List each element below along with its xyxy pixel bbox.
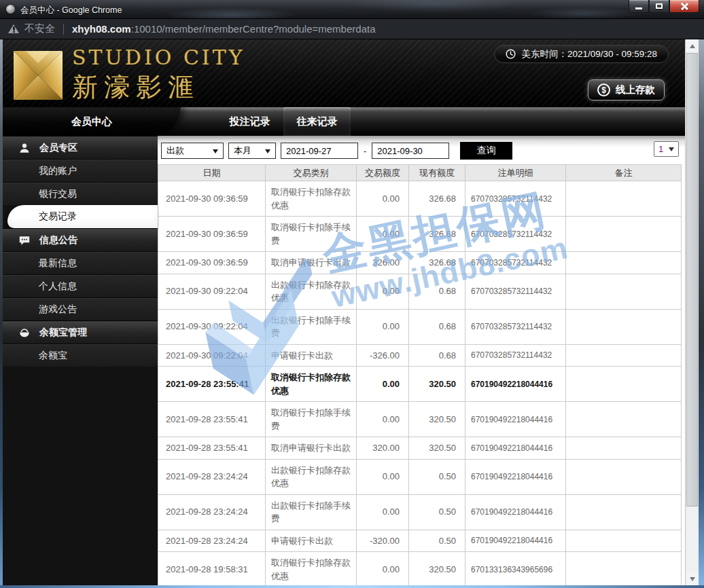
page-scrollbar[interactable] — [685, 39, 699, 585]
page-viewport: STUDIO CITY 新濠影滙 美东时间：2021/09/30 - 09:59… — [3, 39, 685, 585]
logo-subtitle: 新濠影滙 — [72, 70, 245, 105]
balance-cell: 326.68 — [409, 181, 465, 217]
tab-betting-records[interactable]: 投注记录 — [216, 107, 283, 136]
amount-cell: 0.00 — [357, 552, 409, 586]
balance-cell: 320.50 — [409, 402, 465, 437]
remark-cell — [566, 344, 682, 367]
chevron-down-icon — [669, 147, 674, 154]
filter-bar: 出款 本月 2021-09-27 - 2021-09-30 查询 1 — [158, 136, 685, 164]
page-number-value: 1 — [658, 144, 663, 154]
table-row: 2021-09-30 09:22:04出款银行卡扣除存款优惠0.000.6867… — [158, 274, 682, 309]
amount-cell: 0.00 — [357, 309, 409, 344]
column-header: 日期 — [158, 165, 266, 181]
title-bar[interactable]: 会员中心 - Google Chrome — [0, 0, 704, 19]
date-cell: 2021-09-30 09:22:04 — [158, 274, 266, 309]
type-cell: 取消银行卡扣除存款优惠 — [266, 367, 357, 402]
warning-icon — [8, 24, 19, 33]
url-bar[interactable]: 不安全 xhyh08.com :10010/member/memberCentr… — [0, 19, 704, 39]
sidebar-item-latest-info[interactable]: 最新信息 — [3, 251, 158, 274]
detail-cell: 670190492218044416 — [465, 459, 566, 494]
sidebar-item-yuebao[interactable]: 余额宝 — [3, 344, 158, 367]
logo-title: STUDIO CITY — [72, 45, 245, 69]
search-button[interactable]: 查询 — [460, 142, 512, 160]
date-cell: 2021-09-30 09:22:04 — [158, 344, 266, 367]
type-cell: 出款银行卡扣除存款优惠 — [266, 274, 357, 309]
main-content: 出款 本月 2021-09-27 - 2021-09-30 查询 1 — [158, 136, 685, 585]
type-cell: 申请银行卡出款 — [266, 530, 357, 552]
time-text: 美东时间：2021/09/30 - 09:59:28 — [521, 48, 657, 60]
scrollbar-thumb[interactable] — [686, 53, 698, 507]
detail-cell: 670703285732114432 — [465, 309, 566, 344]
site-header: STUDIO CITY 新濠影滙 美东时间：2021/09/30 - 09:59… — [3, 39, 685, 107]
maximize-icon — [656, 3, 663, 9]
date-cell: 2021-09-28 23:55:41 — [158, 367, 266, 402]
scroll-down-arrow[interactable] — [686, 572, 699, 585]
window-controls — [629, 0, 699, 13]
table-header: 日期交易类别交易额度现有额度注单明细备注 — [158, 165, 682, 181]
remark-cell — [566, 437, 682, 460]
nav-bar: 会员中心 投注记录往来记录 — [3, 107, 685, 136]
detail-cell: 670703285732114432 — [465, 344, 566, 367]
type-cell: 取消银行卡扣除手续费 — [266, 402, 357, 437]
content-area: 会员专区我的账户银行交易交易记录信息公告最新信息个人信息游戏公告余额宝管理余额宝… — [3, 136, 685, 585]
window-border-right — [699, 39, 704, 585]
sidebar-item-transaction-records[interactable]: 交易记录 — [7, 205, 158, 228]
logo-text: STUDIO CITY 新濠影滙 — [72, 45, 245, 105]
clock-icon — [506, 49, 516, 59]
remark-cell — [566, 252, 682, 274]
eastern-time-display: 美东时间：2021/09/30 - 09:59:28 — [494, 45, 669, 63]
page-number-select[interactable]: 1 — [654, 141, 679, 157]
remark-cell — [566, 402, 682, 437]
sidebar-item-my-account[interactable]: 我的账户 — [3, 159, 158, 182]
transaction-type-value: 出款 — [166, 145, 184, 157]
balance-cell: 0.68 — [409, 344, 465, 367]
amount-cell: 0.00 — [357, 217, 409, 252]
sidebar-section-label: 会员专区 — [39, 142, 77, 154]
chevron-down-icon — [265, 149, 270, 156]
url-domain[interactable]: xhyh08.com — [72, 23, 131, 35]
amount-cell: 0.00 — [357, 402, 409, 437]
type-cell: 取消银行卡扣除手续费 — [266, 217, 357, 252]
url-path[interactable]: :10010/member/memberCentre?module=member… — [131, 23, 376, 35]
transaction-type-select[interactable]: 出款 — [161, 143, 224, 159]
member-center-label: 会员中心 — [71, 115, 112, 128]
tab-transaction-records[interactable]: 往来记录 — [283, 107, 351, 136]
maximize-button[interactable] — [649, 0, 669, 13]
detail-cell: 670703285732114432 — [465, 181, 566, 217]
column-header: 注单明细 — [465, 165, 566, 181]
table-row: 2021-09-30 09:36:59取消银行卡扣除存款优惠0.00326.68… — [158, 181, 682, 217]
period-select[interactable]: 本月 — [228, 143, 276, 159]
date-from-input[interactable]: 2021-09-27 — [281, 143, 358, 159]
detail-cell: 670190492218044416 — [465, 530, 566, 552]
security-label[interactable]: 不安全 — [24, 22, 55, 35]
online-deposit-button[interactable]: $ 线上存款 — [588, 79, 665, 100]
sidebar-section-member-zone[interactable]: 会员专区 — [3, 136, 158, 159]
sidebar-item-bank-transactions[interactable]: 银行交易 — [3, 182, 158, 205]
column-header: 现有额度 — [409, 165, 465, 181]
remark-cell — [566, 181, 682, 217]
close-button[interactable] — [669, 0, 699, 13]
dollar-icon: $ — [597, 84, 610, 96]
table-row: 2021-09-28 19:58:31取消银行卡扣除存款优惠0.00320.50… — [158, 552, 682, 586]
remark-cell — [566, 367, 682, 402]
balance-cell: 326.68 — [409, 217, 465, 252]
sidebar-item-personal-info[interactable]: 个人信息 — [3, 274, 158, 297]
type-cell: 取消申请银行卡出款 — [266, 437, 357, 460]
window-border-bottom — [0, 585, 704, 588]
remark-cell — [566, 494, 682, 530]
period-value: 本月 — [234, 145, 251, 157]
remark-cell — [566, 274, 682, 309]
studio-city-x-icon — [12, 48, 64, 103]
tabs: 投注记录往来记录 — [216, 107, 351, 136]
minimize-button[interactable] — [629, 0, 649, 13]
balance-cell: 0.50 — [409, 494, 465, 530]
chat-icon — [18, 234, 31, 246]
balance-cell: 0.68 — [409, 274, 465, 309]
sidebar-item-game-announcements[interactable]: 游戏公告 — [3, 297, 158, 320]
sidebar-section-info-announcements[interactable]: 信息公告 — [3, 228, 158, 251]
balance-cell: 320.50 — [409, 552, 465, 586]
scroll-up-arrow[interactable] — [686, 39, 699, 52]
sidebar-section-yuebao-management[interactable]: 余额宝管理 — [3, 320, 158, 344]
date-to-input[interactable]: 2021-09-30 — [372, 143, 449, 159]
member-center-button[interactable]: 会员中心 — [3, 107, 181, 136]
